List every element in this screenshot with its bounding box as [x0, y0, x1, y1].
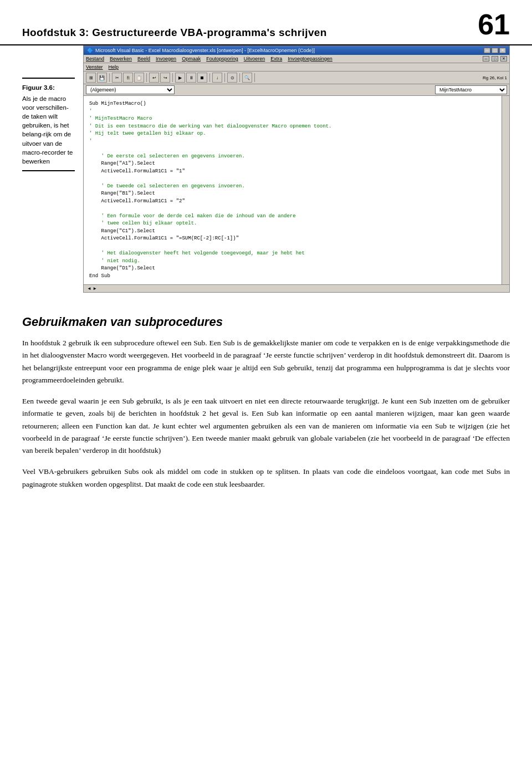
menu-help[interactable]: Help — [109, 64, 119, 70]
code-line-14: ActiveCell.FormulaR1C1 = "2" — [89, 198, 504, 206]
toolbar-btn-redo[interactable]: ↪ — [160, 73, 170, 83]
menu-invoegtoepassingen[interactable]: Invoegtoepassingen — [288, 56, 332, 62]
toolbar-btn-stop[interactable]: ⏹ — [197, 73, 207, 83]
vba-status-bar: ◄ ► — [84, 285, 509, 292]
toolbar-btn-2[interactable]: 💾 — [97, 73, 107, 83]
code-line-10: ActiveCell.FormulaR1C1 = "1" — [89, 168, 504, 176]
vba-location-bar[interactable]: (Algemeen) MijnTestMacro — [84, 84, 509, 96]
code-line-18: Range("C1").Select — [89, 228, 504, 236]
code-line-16: ' Een formule voor de derde cel maken di… — [89, 213, 504, 221]
status-text: ◄ ► — [87, 286, 97, 291]
code-line-24: End Sub — [89, 273, 504, 280]
code-line-23: Range("D1").Select — [89, 265, 504, 273]
toolbar-btn-cut[interactable]: ✂ — [112, 73, 122, 83]
code-line-8: ' De eerste cel selecteren en gegevens i… — [89, 153, 504, 161]
paragraph-1: In hoofdstuk 2 gebruik ik een subprocedu… — [22, 337, 510, 386]
toolbar-sep-1 — [109, 73, 110, 82]
vba-window-title: Microsoft Visual Basic - Excel Macrodial… — [95, 48, 315, 53]
code-line-2: ' — [89, 108, 504, 116]
maximize-button[interactable]: □ — [492, 48, 498, 53]
vba-code-editor[interactable]: Sub MijnTestMacro() ' ' MijnTestMacro Ma… — [84, 96, 509, 285]
figure-caption-text: Als je de macro voor verschillen-de take… — [22, 95, 73, 165]
toolbar-btn-play[interactable]: ▶ — [175, 73, 185, 83]
code-line-12: ' De tweede cel selecteren en gegevens i… — [89, 183, 504, 191]
code-line-6: ' — [89, 138, 504, 146]
vba-toolbar[interactable]: ⊞ 💾 ✂ ⎘ 📋 ↩ ↪ ▶ ⏸ ⏹ ↓ ⊙ 🔍 Rg 2 — [84, 72, 509, 84]
code-line-4: ' Dit is een testmacro die de werking va… — [89, 123, 504, 131]
app-close-button[interactable]: ✕ — [500, 56, 507, 62]
vertical-scrollbar[interactable] — [502, 96, 509, 284]
code-line-21: ' Het dialoogvenster heeft het volgende … — [89, 250, 504, 258]
code-line-13: Range("B1").Select — [89, 190, 504, 198]
code-line-20 — [89, 243, 504, 251]
toolbar-sep-5 — [224, 73, 225, 82]
toolbar-sep-4 — [209, 73, 210, 82]
code-line-5: ' Hij telt twee getallen bij elkaar op. — [89, 130, 504, 138]
vba-menu-bar-2[interactable]: Venster Help — [84, 63, 509, 72]
menu-extra[interactable]: Extra — [270, 56, 282, 62]
figure-label: Figuur 3.6: — [22, 83, 75, 92]
menu-venster[interactable]: Venster — [86, 64, 103, 70]
menu-opmaak[interactable]: Opmaak — [182, 56, 201, 62]
toolbar-sep-2 — [146, 73, 147, 82]
code-line-15 — [89, 205, 504, 213]
toolbar-btn-watch[interactable]: 🔍 — [242, 73, 252, 83]
row-col-indicator: Rg 26, Kol 1 — [483, 75, 507, 80]
paragraph-2: Een tweede geval waarin je een Sub gebru… — [22, 395, 510, 457]
vba-menu-bar-1[interactable]: Bestand Bewerken Beeld Invoegen Opmaak F… — [84, 55, 509, 63]
menu-invoegen[interactable]: Invoegen — [156, 56, 176, 62]
figure-area: Figuur 3.6: Als je de macro voor verschi… — [0, 45, 532, 309]
code-line-19: ActiveCell.FormulaR1C1 = "=SUM(RC[-2]:RC… — [89, 235, 504, 243]
toolbar-btn-undo[interactable]: ↩ — [149, 73, 159, 83]
toolbar-btn-pause[interactable]: ⏸ — [186, 73, 196, 83]
vba-title-controls[interactable]: ─ □ ✕ — [484, 48, 506, 53]
menu-bestand[interactable]: Bestand — [86, 56, 104, 62]
main-text-content: Gebruikmaken van subprocedures In hoofds… — [0, 315, 532, 522]
toolbar-sep-7 — [254, 73, 255, 82]
vba-title-bar: 🔷 Microsoft Visual Basic - Excel Macrodi… — [84, 46, 509, 55]
toolbar-btn-breakpoint[interactable]: ⊙ — [227, 73, 237, 83]
paragraph-3: Veel VBA-gebruikers gebruiken Subs ook a… — [22, 466, 510, 491]
code-line-11 — [89, 175, 504, 183]
app-restore-button[interactable]: □ — [492, 56, 498, 62]
vba-screenshot-area: 🔷 Microsoft Visual Basic - Excel Macrodi… — [83, 45, 510, 309]
section-heading: Gebruikmaken van subprocedures — [22, 315, 510, 329]
page-number: 61 — [478, 10, 510, 39]
menu-bewerken[interactable]: Bewerken — [110, 56, 132, 62]
toolbar-btn-paste[interactable]: 📋 — [134, 73, 144, 83]
procedure-dropdown[interactable]: MijnTestMacro — [435, 85, 507, 94]
toolbar-sep-6 — [239, 73, 240, 82]
module-dropdown[interactable]: (Algemeen) — [86, 85, 175, 94]
menu-foutopsporing[interactable]: Foutopsporing — [206, 56, 238, 62]
figure-caption: Figuur 3.6: Als je de macro voor verschi… — [22, 83, 75, 166]
minimize-button[interactable]: ─ — [484, 48, 490, 53]
figure-sidebar: Figuur 3.6: Als je de macro voor verschi… — [22, 45, 83, 309]
chapter-title: Hoofdstuk 3: Gestructureerde VBA-program… — [22, 27, 327, 39]
close-button[interactable]: ✕ — [499, 48, 506, 53]
menu-uitvoeren[interactable]: Uitvoeren — [244, 56, 265, 62]
code-line-22: ' niet nodig. — [89, 258, 504, 266]
code-line-3: ' MijnTestMacro Macro — [89, 115, 504, 123]
code-line-1: Sub MijnTestMacro() — [89, 100, 504, 108]
toolbar-btn-copy[interactable]: ⎘ — [123, 73, 133, 83]
vba-ide-window: 🔷 Microsoft Visual Basic - Excel Macrodi… — [83, 45, 510, 293]
app-minimize-button[interactable]: ─ — [483, 56, 489, 62]
code-line-9: Range("A1").Select — [89, 160, 504, 168]
toolbar-sep-3 — [172, 73, 173, 82]
toolbar-btn-1[interactable]: ⊞ — [86, 73, 96, 83]
page-header: Hoofdstuk 3: Gestructureerde VBA-program… — [0, 0, 532, 45]
code-line-7 — [89, 145, 504, 153]
code-line-17: ' twee cellen bij elkaar optelt. — [89, 220, 504, 228]
toolbar-btn-step[interactable]: ↓ — [212, 73, 222, 83]
menu-beeld[interactable]: Beeld — [137, 56, 150, 62]
